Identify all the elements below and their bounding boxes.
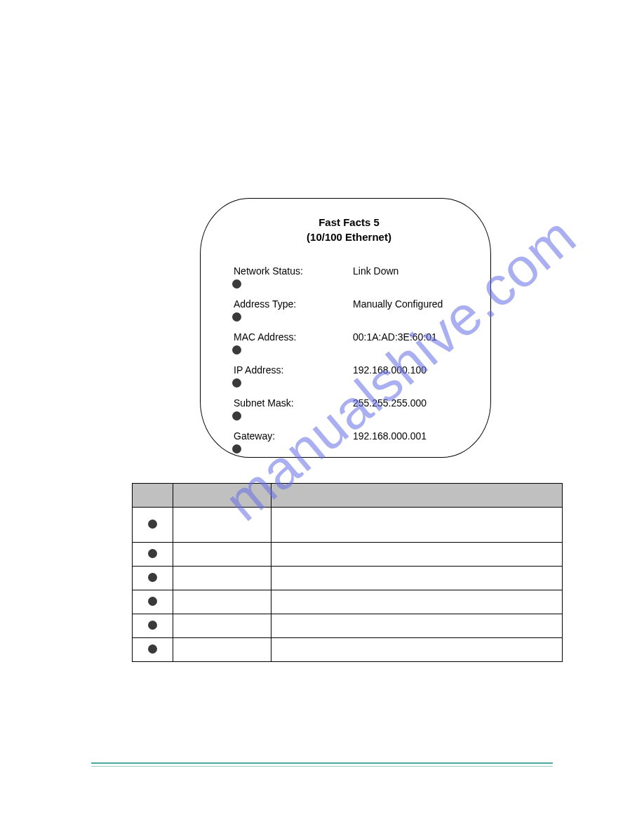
bullet-icon — [232, 312, 241, 322]
table-row — [133, 614, 563, 638]
table-cell — [271, 567, 563, 590]
bullet-icon — [148, 621, 157, 630]
table-row — [133, 508, 563, 543]
screen-row-ip-address: IP Address: 192.168.000.100 — [228, 364, 470, 388]
bullet-icon — [148, 597, 157, 606]
bullet-icon — [148, 549, 157, 558]
screen-row-network-status: Network Status: Link Down — [228, 265, 470, 289]
info-table — [132, 483, 563, 662]
table-row — [133, 590, 563, 614]
screen-row-gateway: Gateway: 192.168.000.001 — [228, 430, 470, 454]
table-header-row — [133, 484, 563, 508]
label-network-status: Network Status: — [234, 265, 353, 277]
table-cell — [271, 543, 563, 567]
value-network-status: Link Down — [353, 265, 398, 277]
table-row — [133, 567, 563, 590]
table-cell — [173, 590, 271, 614]
table-header-2 — [173, 484, 271, 508]
table-cell — [271, 508, 563, 543]
bullet-icon — [148, 644, 157, 654]
table-cell — [271, 638, 563, 662]
label-subnet-mask: Subnet Mask: — [234, 397, 353, 409]
screen-row-subnet-mask: Subnet Mask: 255.255.255.000 — [228, 397, 470, 421]
screen-title: Fast Facts 5 (10/100 Ethernet) — [228, 215, 470, 244]
screen-content: Fast Facts 5 (10/100 Ethernet) Network S… — [200, 198, 491, 477]
bullet-icon — [148, 519, 157, 529]
bullet-icon — [232, 279, 241, 289]
screen-row-mac-address: MAC Address: 00:1A:AD:3E:60:01 — [228, 331, 470, 355]
value-gateway: 192.168.000.001 — [353, 430, 427, 442]
table-cell — [271, 614, 563, 638]
value-mac-address: 00:1A:AD:3E:60:01 — [353, 331, 437, 343]
value-subnet-mask: 255.255.255.000 — [353, 397, 427, 409]
label-address-type: Address Type: — [234, 298, 353, 310]
table-row — [133, 638, 563, 662]
bullet-icon — [232, 345, 241, 355]
table-cell — [173, 508, 271, 543]
screen-row-address-type: Address Type: Manually Configured — [228, 298, 470, 322]
bullet-icon — [148, 573, 157, 582]
screen-title-line1: Fast Facts 5 — [228, 215, 470, 230]
table-cell — [173, 567, 271, 590]
table-header-3 — [271, 484, 563, 508]
label-mac-address: MAC Address: — [234, 331, 353, 343]
bullet-icon — [232, 378, 241, 388]
value-ip-address: 192.168.000.100 — [353, 364, 427, 376]
table-cell — [173, 638, 271, 662]
label-gateway: Gateway: — [234, 430, 353, 442]
table-cell — [173, 614, 271, 638]
bullet-icon — [232, 444, 241, 454]
label-ip-address: IP Address: — [234, 364, 353, 376]
table-row — [133, 543, 563, 567]
footer-divider — [91, 762, 553, 767]
value-address-type: Manually Configured — [353, 298, 443, 310]
table-cell — [271, 590, 563, 614]
device-screen: Fast Facts 5 (10/100 Ethernet) Network S… — [200, 198, 491, 458]
screen-title-line2: (10/100 Ethernet) — [228, 230, 470, 244]
table-header-1 — [133, 484, 173, 508]
bullet-icon — [232, 411, 241, 421]
table-cell — [173, 543, 271, 567]
